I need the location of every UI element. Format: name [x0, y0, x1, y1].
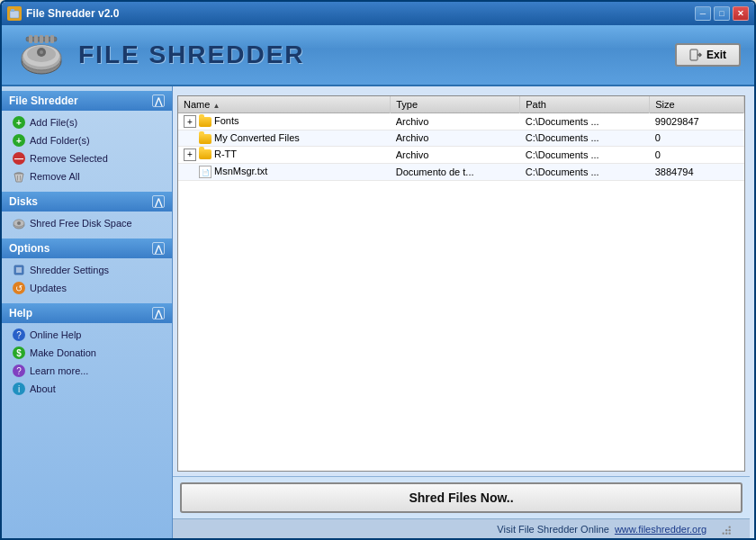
svg-rect-10 [34, 35, 38, 43]
table-row[interactable]: +FontsArchivoC:\Documents ...99029847 [178, 113, 744, 130]
cell-path: C:\Documents ... [520, 130, 650, 147]
sidebar-items-file-shredder: + Add File(s) + Add Folder(s) — Remove S… [2, 111, 172, 188]
cell-name-text: R-TT [214, 148, 237, 159]
col-header-name[interactable]: Name ▲ [178, 96, 391, 113]
svg-point-25 [729, 532, 731, 534]
svg-point-27 [729, 529, 731, 531]
table-row[interactable]: +R-TTArchivoC:\Documents ...0 [178, 146, 744, 163]
statusbar-link-label: Visit File Shredder Online [497, 524, 609, 535]
svg-point-30 [729, 526, 731, 527]
sidebar-section-header-disks[interactable]: Disks ⋀ [2, 192, 172, 212]
sidebar-section-disks: Disks ⋀ Shred Free Disk Space [2, 192, 172, 235]
exit-button[interactable]: Exit [675, 43, 741, 67]
svg-point-29 [725, 529, 727, 531]
app-icon [7, 6, 22, 21]
statusbar: Visit File Shredder Online www.fileshred… [173, 518, 750, 538]
folder-icon [199, 149, 212, 159]
sidebar-items-help: ? Online Help $ Make Donation ? Learn mo… [2, 323, 172, 400]
expand-button[interactable]: + [184, 115, 196, 128]
cell-size: 3884794 [650, 163, 744, 180]
sidebar-item-updates[interactable]: ↺ Updates [2, 279, 172, 297]
sidebar-item-remove-all[interactable]: Remove All [2, 167, 172, 185]
cell-path: C:\Documents ... [520, 113, 650, 130]
sidebar-item-make-donation[interactable]: $ Make Donation [2, 344, 172, 362]
cell-path: C:\Documents ... [520, 163, 650, 180]
exit-icon [689, 49, 702, 61]
cell-name: 📄MsnMsgr.txt [178, 163, 391, 180]
disk-icon [13, 217, 25, 230]
learn-more-icon: ? [13, 364, 25, 377]
collapse-icon-disks: ⋀ [152, 195, 165, 208]
table-row[interactable]: 📄MsnMsgr.txtDocumento de t...C:\Document… [178, 163, 744, 180]
window-controls: ─ □ ✕ [695, 6, 749, 21]
col-header-path[interactable]: Path [520, 96, 650, 113]
file-panel: Name ▲ Type Path Size [173, 86, 754, 538]
remove-all-icon [13, 170, 25, 183]
statusbar-url[interactable]: www.fileshredder.org [615, 524, 706, 535]
folder-icon [199, 134, 212, 144]
sidebar-section-options: Options ⋀ Shredder Settings ↺ [2, 238, 172, 300]
svg-point-26 [725, 532, 727, 534]
expand-button[interactable]: + [184, 148, 196, 161]
sidebar-section-help: Help ⋀ ? Online Help $ Make Donation ? L… [2, 303, 172, 400]
collapse-icon-help: ⋀ [152, 307, 165, 320]
app-title: FILE SHREDDER [78, 40, 305, 69]
sidebar-items-disks: Shred Free Disk Space [2, 212, 172, 235]
titlebar: File Shredder v2.0 ─ □ ✕ [2, 2, 754, 25]
maximize-button[interactable]: □ [714, 6, 730, 21]
sidebar-item-online-help[interactable]: ? Online Help [2, 326, 172, 344]
sidebar-section-file-shredder: File Shredder ⋀ + Add File(s) + Add Fold… [2, 91, 172, 188]
table-header-row: Name ▲ Type Path Size [178, 96, 744, 113]
collapse-icon-options: ⋀ [152, 242, 165, 255]
col-header-type[interactable]: Type [391, 96, 520, 113]
svg-rect-9 [29, 35, 32, 43]
app-header: FILE SHREDDER Exit [2, 25, 754, 86]
remove-selected-icon: — [13, 152, 25, 165]
sidebar-item-add-files[interactable]: + Add File(s) [2, 113, 172, 131]
close-button[interactable]: ✕ [733, 6, 749, 21]
table-body: +FontsArchivoC:\Documents ...99029847My … [178, 113, 744, 181]
app-window: File Shredder v2.0 ─ □ ✕ [0, 0, 756, 540]
sidebar-item-shred-free[interactable]: Shred Free Disk Space [2, 214, 172, 232]
settings-icon [13, 264, 25, 276]
sidebar-item-learn-more[interactable]: ? Learn more... [2, 362, 172, 380]
svg-rect-14 [690, 50, 698, 60]
cell-name-text: Fonts [214, 115, 239, 126]
svg-rect-1 [11, 9, 14, 12]
sidebar-section-header-help[interactable]: Help ⋀ [2, 303, 172, 323]
window-title: File Shredder v2.0 [26, 7, 695, 20]
cell-name-text: MsnMsgr.txt [214, 166, 267, 176]
cell-type: Archivo [391, 130, 520, 147]
cell-size: 0 [650, 146, 744, 163]
resize-grip-icon [719, 523, 732, 536]
cell-name: +Fonts [178, 113, 391, 130]
svg-rect-13 [50, 35, 54, 43]
file-icon: 📄 [199, 166, 212, 178]
col-header-size[interactable]: Size [650, 96, 744, 113]
bottom-area: Shred Files Now.. [173, 476, 750, 518]
svg-rect-11 [40, 35, 43, 43]
sidebar-item-add-folder[interactable]: + Add Folder(s) [2, 131, 172, 149]
add-files-icon: + [13, 116, 25, 129]
sidebar-section-header-file-shredder[interactable]: File Shredder ⋀ [2, 91, 172, 111]
svg-point-7 [40, 50, 43, 54]
sidebar-section-header-options[interactable]: Options ⋀ [2, 238, 172, 258]
sidebar-item-remove-selected[interactable]: — Remove Selected [2, 149, 172, 167]
folder-icon [199, 117, 212, 127]
cell-path: C:\Documents ... [520, 146, 650, 163]
online-help-icon: ? [13, 328, 25, 341]
sidebar-item-shredder-settings[interactable]: Shredder Settings [2, 261, 172, 279]
cell-name: +R-TT [178, 146, 391, 163]
svg-point-20 [17, 221, 21, 225]
svg-rect-12 [45, 35, 49, 43]
table-row[interactable]: My Converted FilesArchivoC:\Documents ..… [178, 130, 744, 147]
cell-type: Documento de t... [391, 163, 520, 180]
file-table-scroll[interactable]: Name ▲ Type Path Size [178, 96, 744, 471]
sort-arrow-name: ▲ [212, 102, 220, 110]
sidebar-items-options: Shredder Settings ↺ Updates [2, 258, 172, 300]
shred-button[interactable]: Shred Files Now.. [180, 482, 742, 513]
minimize-button[interactable]: ─ [695, 6, 711, 21]
cell-size: 0 [650, 130, 744, 147]
sidebar-item-about[interactable]: i About [2, 380, 172, 398]
add-folder-icon: + [13, 134, 25, 147]
